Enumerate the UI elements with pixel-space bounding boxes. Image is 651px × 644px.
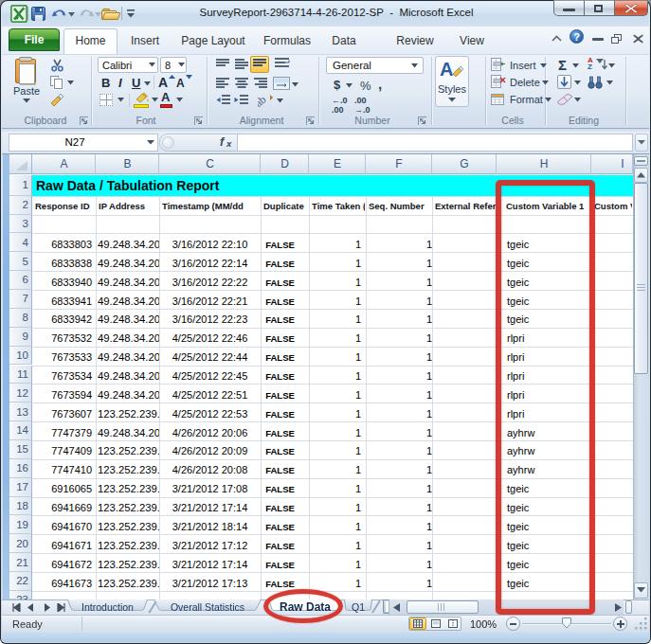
svg-text:ab: ab bbox=[258, 93, 269, 107]
